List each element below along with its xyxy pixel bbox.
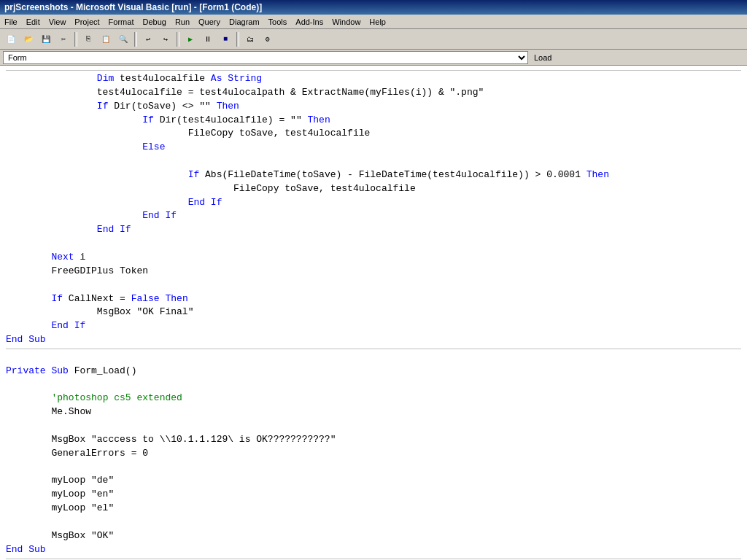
- code-line: Next i: [6, 251, 741, 265]
- title-text: prjScreenshots - Microsoft Visual Basic …: [4, 2, 262, 12]
- code-area[interactable]: Dim test4ulocalfile As String test4uloca…: [0, 66, 747, 560]
- menu-item-diagram[interactable]: Diagram: [225, 15, 264, 28]
- toolbar-btn-project[interactable]: 🗂: [242, 31, 258, 47]
- code-line: MsgBox "OK": [6, 529, 741, 543]
- menu-item-window[interactable]: Window: [328, 15, 365, 28]
- menu-item-help[interactable]: Help: [365, 15, 390, 28]
- code-line: End If: [6, 319, 741, 333]
- code-line: test4ulocalfile = test4ulocalpath & Extr…: [6, 86, 741, 100]
- code-line: If CallNext = False Then: [6, 292, 741, 306]
- code-line: 'photoshop cs5 extended: [6, 392, 741, 405]
- toolbar-btn-cut[interactable]: ✂: [55, 31, 71, 47]
- menu-item-view[interactable]: View: [44, 15, 71, 28]
- menu-item-edit[interactable]: Edit: [22, 15, 44, 28]
- toolbar-btn-redo[interactable]: ↪: [158, 31, 174, 47]
- menu-item-debug[interactable]: Debug: [138, 15, 170, 28]
- title-bar: prjScreenshots - Microsoft Visual Basic …: [0, 0, 747, 15]
- form-bar: Form Load: [0, 50, 747, 66]
- code-line: [6, 351, 741, 365]
- code-line: [6, 378, 741, 392]
- toolbar-btn-stop[interactable]: ■: [217, 31, 233, 47]
- code-line: FileCopy toSave, test4ulocalfile: [6, 127, 741, 141]
- menu-item-tools[interactable]: Tools: [264, 15, 292, 28]
- form-select[interactable]: Form: [3, 51, 528, 64]
- code-line: Me.Show: [6, 405, 741, 419]
- code-line: [6, 419, 741, 433]
- code-line: FreeGDIPlus Token: [6, 265, 741, 279]
- code-line: [6, 279, 741, 292]
- toolbar-btn-undo[interactable]: ↩: [140, 31, 156, 47]
- menu-item-project[interactable]: Project: [70, 15, 104, 28]
- code-line: MsgBox "acccess to \\10.1.1.129\ is OK??…: [6, 433, 741, 447]
- toolbar-btn-save[interactable]: 💾: [38, 31, 54, 47]
- toolbar-sep-3: [177, 32, 179, 47]
- code-line: End Sub: [6, 543, 741, 557]
- menu-bar: FileEditViewProjectFormatDebugRunQueryDi…: [0, 15, 747, 29]
- code-line: End Sub: [6, 333, 741, 347]
- section-divider-top: [6, 70, 741, 71]
- code-line: If Abs(FileDateTime(toSave) - FileDateTi…: [6, 168, 741, 182]
- section-divider-35: [6, 559, 741, 559]
- toolbar-sep-1: [74, 32, 77, 47]
- menu-item-file[interactable]: File: [0, 15, 22, 28]
- code-line: [6, 155, 741, 168]
- toolbar-btn-run[interactable]: ▶: [182, 31, 198, 47]
- toolbar-btn-pause[interactable]: ⏸: [200, 31, 216, 47]
- code-line: GeneralErrors = 0: [6, 447, 741, 461]
- code-line: Private Sub Form_Load(): [6, 365, 741, 378]
- menu-item-run[interactable]: Run: [171, 15, 194, 28]
- code-line: End If: [6, 209, 741, 223]
- menu-item-format[interactable]: Format: [104, 15, 139, 28]
- code-line: [6, 461, 741, 475]
- section-divider-20: [6, 349, 741, 349]
- code-line: MsgBox "OK Final": [6, 306, 741, 319]
- toolbar-btn-props[interactable]: ⚙: [260, 31, 276, 47]
- code-line: Else: [6, 141, 741, 155]
- code-line: [6, 237, 741, 251]
- code-line: myLoop "de": [6, 474, 741, 488]
- code-line: myLoop "en": [6, 488, 741, 502]
- code-line: Dim test4ulocalfile As String: [6, 72, 741, 86]
- menu-item-query[interactable]: Query: [194, 15, 225, 28]
- toolbar-btn-paste[interactable]: 📋: [98, 31, 114, 47]
- code-line: [6, 516, 741, 529]
- code-line: If Dir(test4ulocalfile) = "" Then: [6, 114, 741, 128]
- code-line: FileCopy toSave, test4ulocalfile: [6, 182, 741, 196]
- code-line: End If: [6, 196, 741, 210]
- load-label: Load: [534, 53, 551, 62]
- toolbar-btn-open[interactable]: 📂: [20, 31, 36, 47]
- toolbar-btn-copy[interactable]: ⎘: [80, 31, 96, 47]
- toolbar: 📄 📂 💾 ✂ ⎘ 📋 🔍 ↩ ↪ ▶ ⏸ ■ 🗂 ⚙: [0, 29, 747, 50]
- toolbar-sep-4: [236, 32, 239, 47]
- menu-item-add-ins[interactable]: Add-Ins: [291, 15, 328, 28]
- toolbar-sep-2: [134, 32, 137, 47]
- code-line: End If: [6, 223, 741, 237]
- code-line: If Dir(toSave) <> "" Then: [6, 100, 741, 114]
- code-line: myLoop "el": [6, 502, 741, 516]
- toolbar-btn-find[interactable]: 🔍: [115, 31, 131, 47]
- toolbar-btn-file-new[interactable]: 📄: [3, 31, 19, 47]
